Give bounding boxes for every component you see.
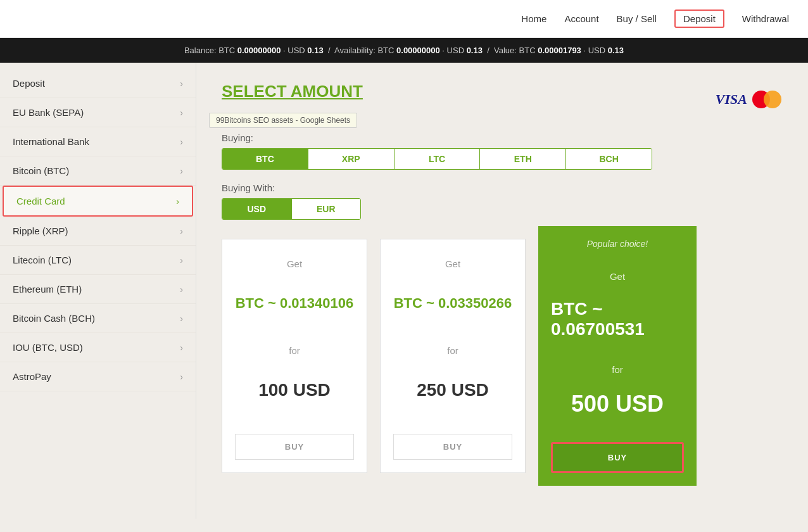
btc-value: 0.00001793 xyxy=(538,46,581,55)
sidebar-item-bitcoin-cash[interactable]: Bitcoin Cash (BCH) › xyxy=(0,304,196,333)
price-card-500-popular: Popular choice! Get BTC ~ 0.06700531 for… xyxy=(538,226,697,486)
usd-amount-3: 500 USD xyxy=(571,391,664,417)
get-label-2: Get xyxy=(445,258,460,269)
usd-value: 0.13 xyxy=(608,46,624,55)
tab-xrp[interactable]: XRP xyxy=(308,149,395,169)
tab-btc[interactable]: BTC xyxy=(222,149,308,169)
top-nav: Home Account Buy / Sell Deposit Withdraw… xyxy=(0,0,808,38)
section-header: SELECT AMOUNT 99Bitcoins SEO assets - Go… xyxy=(222,82,783,117)
sidebar-item-label: Ripple (XRP) xyxy=(13,225,68,236)
price-card-100: Get BTC ~ 0.01340106 for 100 USD BUY xyxy=(222,239,367,473)
btc-balance: 0.00000000 xyxy=(237,46,281,55)
chevron-right-icon: › xyxy=(180,343,183,353)
nav-account[interactable]: Account xyxy=(564,13,598,24)
tab-ltc[interactable]: LTC xyxy=(395,149,481,169)
sidebar-item-label: Bitcoin (BTC) xyxy=(13,165,69,176)
sidebar-item-label: Credit Card xyxy=(16,196,65,206)
title-area: SELECT AMOUNT 99Bitcoins SEO assets - Go… xyxy=(222,82,370,117)
chevron-right-icon: › xyxy=(180,255,183,265)
get-label-3: Get xyxy=(610,271,625,282)
sidebar-item-label: International Bank xyxy=(13,136,89,147)
sidebar-item-eu-bank[interactable]: EU Bank (SEPA) › xyxy=(0,98,196,127)
page-layout: Deposit › EU Bank (SEPA) › International… xyxy=(0,63,808,519)
chevron-right-icon: › xyxy=(180,79,183,89)
price-card-250: Get BTC ~ 0.03350266 for 250 USD BUY xyxy=(380,239,526,473)
sidebar-item-litecoin[interactable]: Litecoin (LTC) › xyxy=(0,246,196,275)
sidebar-item-label: Litecoin (LTC) xyxy=(13,255,72,265)
chevron-right-icon: › xyxy=(180,284,183,294)
buy-button-500[interactable]: BUY xyxy=(551,442,684,473)
sidebar-item-iou[interactable]: IOU (BTC, USD) › xyxy=(0,333,196,362)
chevron-right-icon: › xyxy=(176,196,179,206)
sidebar-item-astropay[interactable]: AstroPay › xyxy=(0,362,196,391)
page-title: SELECT AMOUNT xyxy=(222,82,370,101)
chevron-right-icon: › xyxy=(180,137,183,147)
nav-withdrawal[interactable]: Withdrawal xyxy=(742,13,789,24)
card-logos: VISA xyxy=(716,90,783,109)
usd-balance: 0.13 xyxy=(307,46,323,55)
sidebar-item-label: AstroPay xyxy=(13,371,51,382)
for-label-3: for xyxy=(612,364,623,375)
usd-amount-2: 250 USD xyxy=(417,380,489,400)
tab-bch[interactable]: BCH xyxy=(566,149,652,169)
btc-amount-2: BTC ~ 0.03350266 xyxy=(394,295,512,312)
popular-label: Popular choice! xyxy=(587,239,648,249)
visa-logo: VISA xyxy=(716,91,747,108)
btc-amount-1: BTC ~ 0.01340106 xyxy=(236,295,354,312)
sidebar-item-label: Bitcoin Cash (BCH) xyxy=(13,313,95,324)
price-cards-row: Get BTC ~ 0.01340106 for 100 USD BUY Get… xyxy=(222,239,783,486)
nav-deposit[interactable]: Deposit xyxy=(674,10,724,28)
get-label-1: Get xyxy=(287,258,302,269)
sidebar-item-label: IOU (BTC, USD) xyxy=(13,342,83,353)
value-label: Value: xyxy=(494,46,517,55)
buying-with-tabs: USD EUR xyxy=(222,198,361,220)
buying-currency-tabs: BTC XRP LTC ETH BCH xyxy=(222,148,652,170)
chevron-right-icon: › xyxy=(180,166,183,176)
sidebar: Deposit › EU Bank (SEPA) › International… xyxy=(0,63,196,519)
nav-buy-sell[interactable]: Buy / Sell xyxy=(617,13,657,24)
tab-usd[interactable]: USD xyxy=(222,199,292,219)
availability-label: Availability: xyxy=(334,46,376,55)
buy-button-100[interactable]: BUY xyxy=(235,434,354,460)
buy-button-250[interactable]: BUY xyxy=(393,434,512,460)
sidebar-item-label: EU Bank (SEPA) xyxy=(13,107,84,118)
btc-availability: 0.00000000 xyxy=(396,46,440,55)
sidebar-item-international-bank[interactable]: International Bank › xyxy=(0,127,196,156)
mc-circle-orange xyxy=(764,91,781,108)
sidebar-item-label: Deposit xyxy=(13,78,45,89)
chevron-right-icon: › xyxy=(180,314,183,324)
sidebar-item-label: Ethereum (ETH) xyxy=(13,284,82,294)
btc-amount-3: BTC ~ 0.06700531 xyxy=(551,299,684,339)
for-label-2: for xyxy=(447,345,458,356)
chevron-right-icon: › xyxy=(180,372,183,382)
for-label-1: for xyxy=(289,345,300,356)
sidebar-item-credit-card[interactable]: Credit Card › xyxy=(3,186,193,217)
main-content: SELECT AMOUNT 99Bitcoins SEO assets - Go… xyxy=(196,63,808,519)
chevron-right-icon: › xyxy=(180,108,183,118)
mastercard-logo xyxy=(752,90,783,109)
sidebar-item-bitcoin-btc[interactable]: Bitcoin (BTC) › xyxy=(0,156,196,186)
buying-label: Buying: xyxy=(222,132,783,143)
chevron-right-icon: › xyxy=(180,226,183,236)
balance-label: Balance: xyxy=(184,46,217,55)
sidebar-item-ethereum[interactable]: Ethereum (ETH) › xyxy=(0,275,196,304)
buying-with-label: Buying With: xyxy=(222,182,783,193)
usd-availability: 0.13 xyxy=(467,46,483,55)
tab-eth[interactable]: ETH xyxy=(480,149,566,169)
nav-home[interactable]: Home xyxy=(521,13,546,24)
tab-eur[interactable]: EUR xyxy=(292,199,361,219)
sidebar-item-ripple[interactable]: Ripple (XRP) › xyxy=(0,217,196,246)
tooltip-box: 99Bitcoins SEO assets - Google Sheets xyxy=(209,113,357,128)
sidebar-item-deposit[interactable]: Deposit › xyxy=(0,69,196,98)
balance-bar: Balance: BTC 0.00000000 · USD 0.13 / Ava… xyxy=(0,38,808,63)
usd-amount-1: 100 USD xyxy=(258,380,331,400)
